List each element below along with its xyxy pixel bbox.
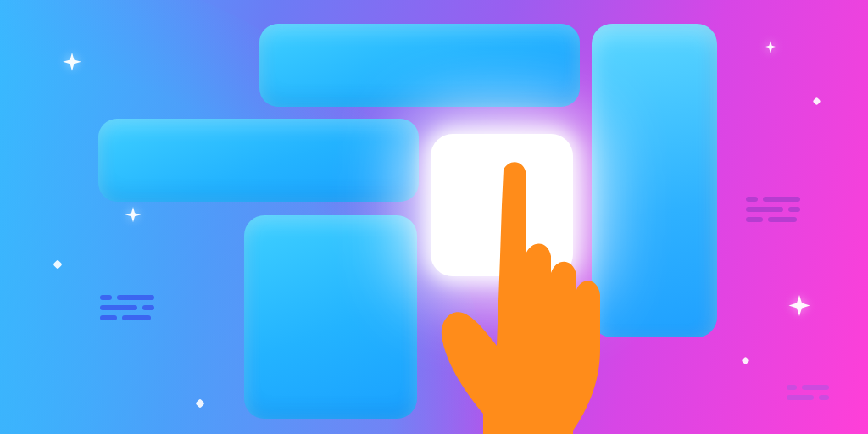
sparkle-icon — [763, 41, 778, 56]
dash-accent-blue — [100, 295, 154, 320]
panel-bottom-tall — [244, 215, 417, 419]
sparkle-icon — [124, 207, 142, 225]
sparkle-icon — [787, 295, 812, 320]
panel-mid-wide — [98, 119, 419, 202]
dash-accent-pink-small — [787, 385, 829, 400]
hero-illustration — [0, 0, 868, 434]
dot-accent — [742, 357, 750, 365]
pointing-hand-icon — [424, 154, 678, 434]
dash-accent-pink — [746, 197, 800, 222]
panel-top-wide — [259, 24, 580, 107]
sparkle-icon — [61, 53, 83, 75]
dot-accent — [813, 97, 821, 106]
